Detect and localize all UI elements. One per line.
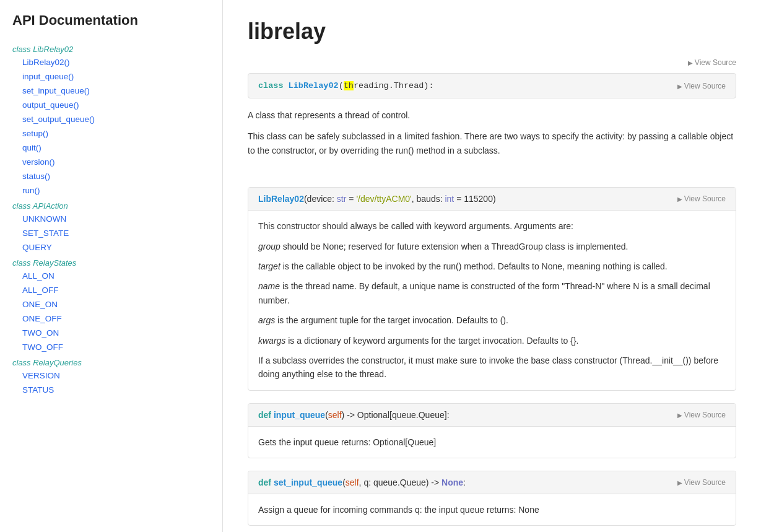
class-params: (threading.Thread): [339,81,434,90]
constructor-paren-open: (device: [304,194,337,204]
method-name-set-input-queue: set_input_queue [274,477,342,487]
sidebar-class-keyword-3: class [12,258,33,268]
class-desc-2: This class can be safely subclassed in a… [248,129,736,157]
sidebar-class-relayqueries[interactable]: class RelayQueries [0,354,222,368]
sidebar-item-one-on[interactable]: ONE_ON [0,297,222,312]
constructor-param-name: name is the thread name. By default, a u… [258,279,726,307]
method-input-queue-view-source[interactable]: View Source [677,411,726,419]
sidebar-item-set-output-queue[interactable]: set_output_queue() [0,112,222,126]
class-def-code: class LibRelay02(threading.Thread): [258,81,434,90]
constructor-eq2: = 115200) [454,194,495,204]
sidebar-item-two-off[interactable]: TWO_OFF [0,340,222,354]
sidebar-item-output-queue[interactable]: output_queue() [0,98,222,112]
method-set-input-queue-code: def set_input_queue(self, q: queue.Queue… [258,477,466,487]
sidebar: API Documentation class LibRelay02 LibRe… [0,0,223,532]
constructor-code: LibRelay02(device: str = '/dev/ttyACM0',… [258,194,496,204]
constructor-type-str: str [337,194,347,204]
sidebar-item-two-on[interactable]: TWO_ON [0,326,222,340]
constructor-intro: This constructor should always be called… [258,219,726,233]
sidebar-item-version[interactable]: VERSION [0,368,222,383]
sidebar-title: API Documentation [0,12,222,41]
sidebar-class-relaystates[interactable]: class RelayStates [0,255,222,269]
method-input-queue-desc: Gets the input queue returns: Optional[Q… [258,435,726,449]
constructor-comma: , bauds: [412,194,445,204]
sidebar-item-query[interactable]: QUERY [0,240,222,255]
sidebar-item-set-state[interactable]: SET_STATE [0,226,222,240]
def-keyword-2: def [258,477,274,487]
method-set-input-queue-def: def set_input_queue(self, q: queue.Queue… [248,471,736,494]
constructor-eq1: = [346,194,356,204]
class-name: LibRelay02 [289,81,339,90]
class-desc-1: A class that represents a thread of cont… [248,108,736,122]
constructor-default-device: '/dev/ttyACM0' [356,194,411,204]
class-description: A class that represents a thread of cont… [248,108,736,177]
constructor-param-kwargs: kwargs is a dictionary of keyword argume… [258,334,726,347]
def-keyword-1: def [258,410,274,420]
constructor-type-int: int [445,194,454,204]
sidebar-class-librelay02[interactable]: class LibRelay02 [0,41,222,55]
sidebar-item-all-on[interactable]: ALL_ON [0,269,222,283]
sidebar-class-keyword-4: class [12,358,33,367]
method-input-queue: def input_queue(self) -> Optional[queue.… [248,403,736,458]
constructor-body: This constructor should always be called… [248,211,736,390]
sidebar-class-name-3: RelayStates [33,258,76,268]
sidebar-item-status[interactable]: status() [0,169,222,183]
sidebar-item-status-query[interactable]: STATUS [0,383,222,397]
constructor-param-args: args is the argument tuple for the targe… [258,313,726,327]
constructor-view-source-link[interactable]: View Source [677,194,726,203]
method-name-input-queue: input_queue [274,410,325,420]
constructor-param-group: group should be None; reserved for futur… [258,240,726,253]
method-set-input-queue-view-source[interactable]: View Source [677,478,726,487]
sidebar-item-one-off[interactable]: ONE_OFF [0,312,222,326]
view-source-top-link[interactable]: View Source [688,58,736,67]
sidebar-item-librelay02-constructor[interactable]: LibRelay02() [0,55,222,69]
sidebar-class-keyword: class [12,45,33,54]
constructor-class-name: LibRelay02 [258,194,304,204]
class-view-source-link[interactable]: View Source [677,82,726,90]
sidebar-item-all-off[interactable]: ALL_OFF [0,283,222,297]
sidebar-item-quit[interactable]: quit() [0,141,222,155]
sidebar-item-input-queue[interactable]: input_queue() [0,69,222,84]
view-source-top: View Source [248,57,736,67]
class-def-box: class LibRelay02(threading.Thread): View… [248,73,736,98]
sidebar-class-keyword-2: class [12,201,33,211]
main-content: librelay View Source class LibRelay02(th… [223,0,761,532]
method-set-input-queue-desc: Assign a queue for incoming commands q: … [258,503,726,517]
sidebar-class-name: LibRelay02 [33,45,73,54]
return-none: None [441,477,463,487]
constructor-def-box: LibRelay02(device: str = '/dev/ttyACM0',… [248,188,736,211]
constructor-section: LibRelay02(device: str = '/dev/ttyACM0',… [248,187,736,391]
method-set-input-queue-body: Assign a queue for incoming commands q: … [248,494,736,525]
method-colon-2: : [463,477,466,487]
method-params-2: (self, q: queue.Queue) -> [342,477,441,487]
sidebar-class-apiaction[interactable]: class APIAction [0,198,222,212]
constructor-extra-desc: If a subclass overrides the constructor,… [258,354,726,382]
constructor-param-target: target is the callable object to be invo… [258,259,726,273]
sidebar-class-name-4: RelayQueries [33,358,82,367]
page-title: librelay [248,19,736,45]
sidebar-item-run[interactable]: run() [0,183,222,198]
sidebar-class-name-2: APIAction [33,201,68,211]
method-set-input-queue: def set_input_queue(self, q: queue.Queue… [248,471,736,526]
method-input-queue-code: def input_queue(self) -> Optional[queue.… [258,410,450,420]
sidebar-item-unknown[interactable]: UNKNOWN [0,212,222,226]
class-keyword: class [258,81,289,90]
method-input-queue-def: def input_queue(self) -> Optional[queue.… [248,404,736,427]
sidebar-item-set-input-queue[interactable]: set_input_queue() [0,84,222,98]
method-input-queue-body: Gets the input queue returns: Optional[Q… [248,427,736,458]
sidebar-item-version[interactable]: version() [0,155,222,169]
method-params-1: (self) -> Optional[queue.Queue]: [325,410,449,420]
sidebar-item-setup[interactable]: setup() [0,126,222,141]
